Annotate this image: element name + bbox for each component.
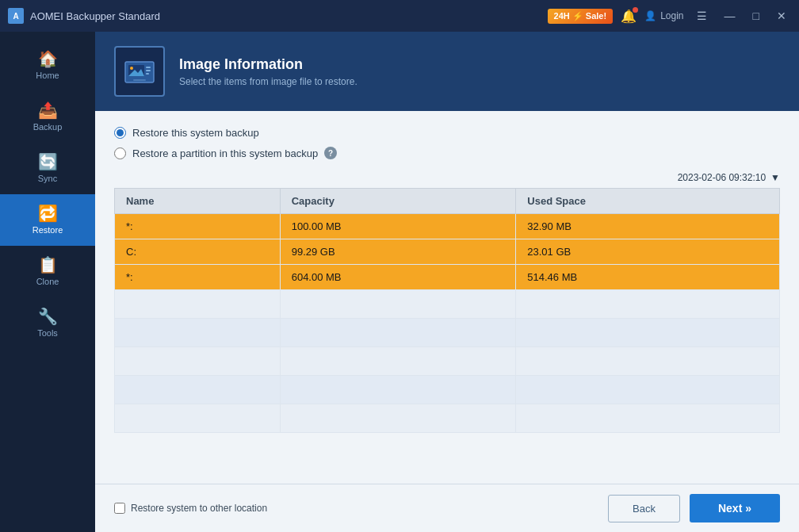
date-dropdown-arrow[interactable]: ▼ — [770, 172, 780, 183]
login-area[interactable]: 👤 Login — [644, 10, 683, 21]
content-footer: Restore system to other location Back Ne… — [95, 484, 799, 532]
title-bar-left: A AOMEI Backupper Standard — [8, 8, 160, 24]
table-row-empty — [115, 376, 780, 404]
row-name: *: — [115, 214, 281, 239]
page-subtitle: Select the items from image file to rest… — [179, 76, 357, 87]
svg-rect-6 — [146, 73, 149, 75]
sale-badge-text: 24H ⚡ Sale! — [554, 11, 607, 21]
table-header: Name Capacity Used Space — [115, 189, 780, 214]
clone-icon: 📋 — [38, 257, 58, 273]
user-icon: 👤 — [644, 10, 656, 21]
maximize-button[interactable]: □ — [748, 8, 764, 24]
table-row-empty — [115, 404, 780, 433]
row-capacity: 604.00 MB — [280, 265, 516, 290]
sidebar-label-clone: Clone — [36, 277, 59, 286]
notification-dot — [633, 7, 638, 13]
app-title: AOMEI Backupper Standard — [30, 10, 160, 22]
sidebar-item-home[interactable]: 🏠 Home — [0, 40, 95, 91]
restore-system-label: Restore this system backup — [132, 127, 259, 139]
restore-icon: 🔁 — [38, 205, 58, 221]
restore-partition-option[interactable]: Restore a partition in this system backu… — [114, 147, 780, 159]
svg-rect-4 — [146, 67, 151, 68]
svg-rect-5 — [146, 70, 151, 71]
sidebar-label-backup: Backup — [33, 122, 63, 132]
sidebar-label-sync: Sync — [38, 174, 57, 183]
footer-left: Restore system to other location — [114, 503, 267, 514]
login-label: Login — [660, 10, 683, 21]
sale-badge[interactable]: 24H ⚡ Sale! — [548, 9, 614, 24]
content-header: Image Information Select the items from … — [95, 32, 799, 111]
row-name: C: — [115, 239, 281, 265]
footer-buttons: Back Next » — [608, 494, 780, 522]
title-bar: A AOMEI Backupper Standard 24H ⚡ Sale! 🔔… — [0, 0, 799, 32]
sync-icon: 🔄 — [38, 154, 58, 170]
table-row[interactable]: C: 99.29 GB 23.01 GB — [115, 239, 780, 265]
table-header-row: Name Capacity Used Space — [115, 189, 780, 214]
menu-button[interactable]: ☰ — [692, 8, 712, 24]
date-row: 2023-02-06 09:32:10 ▼ — [114, 172, 780, 183]
row-used-space: 23.01 GB — [516, 239, 780, 265]
title-bar-right: 24H ⚡ Sale! 🔔 👤 Login ☰ — □ ✕ — [548, 8, 791, 24]
table-row[interactable]: *: 604.00 MB 514.46 MB — [115, 265, 780, 290]
sidebar: 🏠 Home 📤 Backup 🔄 Sync 🔁 Restore 📋 Clone… — [0, 32, 95, 532]
row-used-space: 32.90 MB — [516, 214, 780, 239]
radio-group: Restore this system backup Restore a par… — [114, 127, 780, 159]
row-capacity: 100.00 MB — [280, 214, 516, 239]
tools-icon: 🔧 — [38, 308, 58, 324]
content-body: Restore this system backup Restore a par… — [95, 111, 799, 484]
row-capacity: 99.29 GB — [280, 239, 516, 265]
col-used-space: Used Space — [516, 189, 780, 214]
partition-table: Name Capacity Used Space *: 100.00 MB 32… — [114, 188, 780, 433]
sidebar-label-tools: Tools — [37, 328, 58, 338]
row-used-space: 514.46 MB — [516, 265, 780, 290]
main-layout: 🏠 Home 📤 Backup 🔄 Sync 🔁 Restore 📋 Clone… — [0, 32, 799, 532]
datetime-label: 2023-02-06 09:32:10 — [678, 172, 766, 183]
home-icon: 🏠 — [38, 51, 58, 67]
content-area: Image Information Select the items from … — [95, 32, 799, 532]
page-title: Image Information — [179, 56, 357, 73]
sidebar-item-backup[interactable]: 📤 Backup — [0, 91, 95, 143]
minimize-button[interactable]: — — [720, 8, 740, 24]
svg-point-3 — [130, 67, 133, 70]
sidebar-label-home: Home — [36, 71, 59, 80]
table-row[interactable]: *: 100.00 MB 32.90 MB — [115, 214, 780, 239]
sidebar-item-restore[interactable]: 🔁 Restore — [0, 194, 95, 246]
header-text: Image Information Select the items from … — [179, 56, 357, 87]
close-button[interactable]: ✕ — [772, 8, 791, 24]
restore-partition-radio[interactable] — [114, 147, 126, 159]
table-row-empty — [115, 347, 780, 376]
svg-rect-7 — [133, 79, 146, 81]
table-row-empty — [115, 319, 780, 347]
backup-icon: 📤 — [38, 102, 58, 118]
app-icon: A — [8, 8, 24, 24]
restore-system-radio[interactable] — [114, 127, 126, 139]
restore-other-location-label: Restore system to other location — [131, 503, 267, 514]
notification-icon[interactable]: 🔔 — [621, 9, 637, 24]
row-name: *: — [115, 265, 281, 290]
sidebar-label-restore: Restore — [32, 225, 63, 235]
table-row-empty — [115, 290, 780, 319]
restore-system-option[interactable]: Restore this system backup — [114, 127, 780, 139]
table-body: *: 100.00 MB 32.90 MB C: 99.29 GB 23.01 … — [115, 214, 780, 433]
image-info-icon — [124, 55, 155, 87]
next-button[interactable]: Next » — [690, 494, 780, 522]
col-name: Name — [115, 189, 281, 214]
sidebar-item-clone[interactable]: 📋 Clone — [0, 246, 95, 297]
restore-other-location-option[interactable]: Restore system to other location — [114, 503, 267, 514]
header-icon-wrap — [114, 46, 165, 97]
back-button[interactable]: Back — [608, 495, 680, 522]
col-capacity: Capacity — [280, 189, 516, 214]
restore-partition-label: Restore a partition in this system backu… — [132, 147, 318, 159]
sidebar-item-sync[interactable]: 🔄 Sync — [0, 143, 95, 194]
help-icon[interactable]: ? — [324, 147, 337, 159]
restore-other-location-checkbox[interactable] — [114, 503, 125, 514]
sidebar-item-tools[interactable]: 🔧 Tools — [0, 297, 95, 349]
